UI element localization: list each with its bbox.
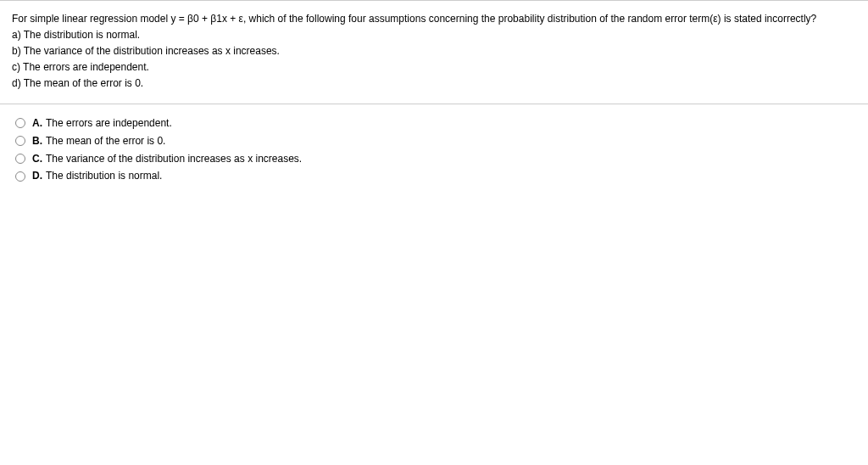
answer-letter: D. [32,169,42,183]
radio-icon[interactable] [15,154,25,164]
radio-icon[interactable] [15,171,25,182]
answer-text: The variance of the distribution increas… [46,152,302,166]
answer-text: The errors are independent. [46,116,172,131]
question-subpart-d: d) The mean of the error is 0. [12,76,856,91]
answer-option-a[interactable]: A. The errors are independent. [15,116,856,131]
question-subpart-c: c) The errors are independent. [12,59,856,75]
answer-option-c[interactable]: C. The variance of the distribution incr… [15,152,856,166]
answer-text: The mean of the error is 0. [46,134,165,148]
radio-icon[interactable] [15,136,25,146]
answer-text: The distribution is normal. [46,169,162,183]
answer-letter: A. [32,116,42,131]
answer-letter: C. [32,152,42,166]
answer-option-b[interactable]: B. The mean of the error is 0. [15,134,856,148]
question-subpart-b: b) The variance of the distribution incr… [12,43,856,59]
answer-option-d[interactable]: D. The distribution is normal. [15,169,856,183]
question-subpart-a: a) The distribution is normal. [12,27,856,42]
question-prompt: For simple linear regression model y = β… [12,11,856,26]
radio-icon[interactable] [15,118,25,128]
question-section: For simple linear regression model y = β… [0,1,868,104]
answer-letter: B. [32,134,42,148]
answer-section: A. The errors are independent. B. The me… [0,104,868,199]
